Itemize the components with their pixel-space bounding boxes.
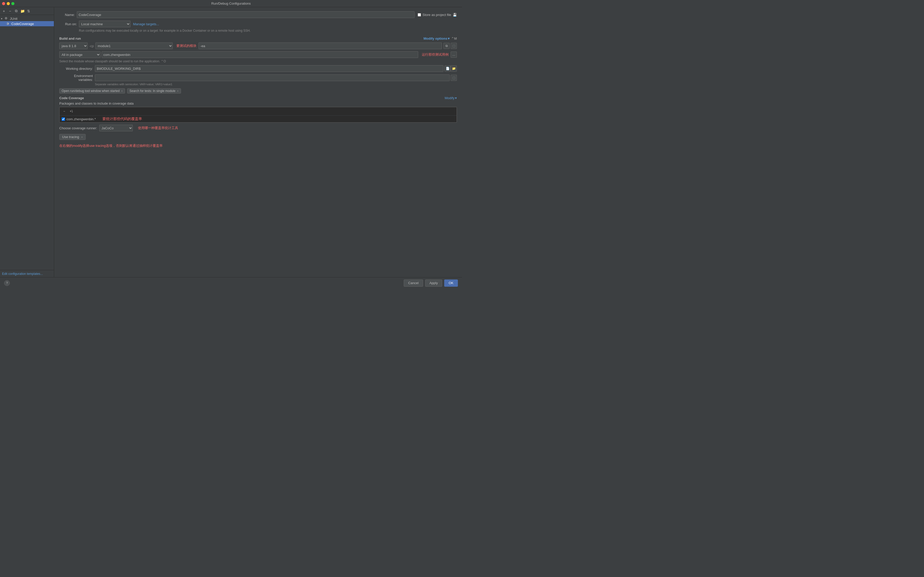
- coverage-remove-button[interactable]: −: [61, 108, 67, 114]
- module-select[interactable]: module1: [95, 42, 173, 49]
- env-label: Environment variables:: [59, 74, 93, 82]
- sidebar-footer: Edit configuration templates...: [0, 270, 54, 277]
- sort-config-button[interactable]: ⇅: [26, 8, 31, 14]
- classpath-more-button[interactable]: …: [451, 52, 457, 58]
- store-as-project-checkbox-label[interactable]: Store as project file 💾: [418, 13, 457, 17]
- coverage-item-label: com.zhengwenbin.*: [66, 117, 96, 121]
- junit-group-icon: ⚙: [5, 16, 9, 21]
- env-expand-button[interactable]: ⬚: [451, 75, 457, 81]
- code-coverage-label: Code Coverage: [59, 96, 84, 100]
- tag-open-close[interactable]: ×: [121, 89, 123, 92]
- code-coverage-header: Code Coverage Modify ▾: [59, 96, 457, 100]
- coverage-add-button[interactable]: +⤵: [68, 108, 74, 114]
- coverage-runner-select[interactable]: JaCoCo: [99, 125, 133, 131]
- run-on-select[interactable]: Local machine: [79, 21, 131, 27]
- annotation-run: 运行那些测试用例: [422, 52, 449, 57]
- sidebar: + − ⧉ 📁 ⇅ ▾ ⚙ JUnit ◑ CodeCoverage Edit …: [0, 7, 54, 277]
- name-input[interactable]: [77, 11, 415, 18]
- right-panel: Name: Store as project file 💾 Run on: Lo…: [54, 7, 462, 277]
- tag-search-close[interactable]: ×: [177, 89, 178, 92]
- main-content: + − ⧉ 📁 ⇅ ▾ ⚙ JUnit ◑ CodeCoverage Edit …: [0, 7, 462, 277]
- run-on-label: Run on:: [59, 22, 77, 26]
- add-config-button[interactable]: +: [1, 8, 7, 14]
- run-on-row: Run on: Local machine Manage targets...: [59, 21, 457, 27]
- use-tracing-close[interactable]: ×: [81, 135, 83, 139]
- traffic-lights: [2, 2, 15, 5]
- tags-row: Open run/debug tool window when started …: [59, 89, 457, 93]
- sidebar-item-label: CodeCoverage: [11, 22, 34, 26]
- tag-open-run-debug: Open run/debug tool window when started …: [59, 89, 125, 93]
- use-tracing-label: Use tracing: [62, 135, 79, 139]
- sidebar-group-junit[interactable]: ▾ ⚙ JUnit: [0, 16, 54, 21]
- apply-button[interactable]: Apply: [425, 279, 443, 287]
- java-version-select[interactable]: java 8 1.8: [59, 42, 88, 49]
- store-icon: 💾: [453, 13, 457, 17]
- run-on-info: Run configurations may be executed local…: [79, 28, 457, 33]
- manage-targets-link[interactable]: Manage targets...: [133, 22, 159, 26]
- working-dir-label: Working directory:: [59, 67, 93, 71]
- tag-open-label: Open run/debug tool window when started: [61, 89, 120, 93]
- sidebar-toolbar: + − ⧉ 📁 ⇅: [0, 7, 54, 15]
- ok-button[interactable]: OK: [444, 279, 458, 287]
- coverage-modify-chevron: ▾: [455, 96, 457, 100]
- annotation-tracing: 在右侧的modify选择use tracing选项，否则默认将通过抽样统计覆盖率: [59, 143, 457, 148]
- ea-copy-button[interactable]: ⧉: [443, 43, 450, 49]
- coverage-item-checkbox[interactable]: [61, 118, 65, 121]
- coverage-runner-row: Choose coverage runner: JaCoCo 使用哪一种覆盖率统…: [59, 125, 457, 131]
- ea-flag-input[interactable]: [199, 42, 442, 49]
- annotation-module: 要测试的模块: [176, 44, 197, 48]
- junit-group-label: JUnit: [10, 17, 18, 21]
- modify-options-chevron: ▾: [448, 37, 450, 40]
- cp-flag: -cp: [89, 44, 94, 48]
- coverage-modify-link[interactable]: Modify ▾: [445, 96, 457, 100]
- tag-search-tests: Search for tests: In single module ×: [127, 89, 181, 93]
- tag-search-label: Search for tests: In single module: [129, 89, 175, 93]
- classpath-type-select[interactable]: All in package: [59, 51, 100, 58]
- coverage-item: com.zhengwenbin.* 要统计那些代码的覆盖率: [60, 116, 457, 122]
- name-row: Name: Store as project file 💾: [59, 11, 457, 18]
- store-as-project-checkbox[interactable]: [418, 13, 421, 16]
- build-and-run-header: Build and run Modify options ▾ ⌃M: [59, 37, 457, 40]
- java-module-row: java 8 1.8 -cp module1 要测试的模块 ⧉ ⬚: [59, 42, 457, 49]
- working-dir-file-button[interactable]: 📄: [444, 65, 451, 72]
- modify-options-link[interactable]: Modify options ▾: [423, 37, 450, 40]
- store-as-project-label: Store as project file: [423, 13, 451, 17]
- modify-options-label: Modify options: [423, 37, 447, 40]
- cancel-button[interactable]: Cancel: [404, 279, 423, 287]
- annotation-runner: 使用哪一种覆盖率统计工具: [138, 126, 178, 131]
- close-button[interactable]: [2, 2, 5, 5]
- copy-config-button[interactable]: ⧉: [13, 8, 19, 14]
- maximize-button[interactable]: [11, 2, 15, 5]
- coverage-toolbar: − +⤵: [60, 107, 457, 116]
- env-input[interactable]: [95, 74, 450, 81]
- classpath-input[interactable]: [102, 51, 418, 58]
- coverage-package-box: − +⤵ com.zhengwenbin.* 要统计那些代码的覆盖率: [59, 107, 457, 122]
- bottom-bar: ? Cancel Apply OK: [0, 277, 462, 288]
- classpath-row: All in package 运行那些测试用例 …: [59, 51, 457, 58]
- ea-expand-button[interactable]: ⬚: [451, 43, 457, 49]
- modify-options-extra[interactable]: ⌃M: [451, 37, 457, 40]
- coverage-modify-label: Modify: [445, 96, 454, 100]
- build-and-run-label: Build and run: [59, 37, 81, 40]
- working-dir-row: Working directory: 📄 📁: [59, 65, 457, 72]
- folder-config-button[interactable]: 📁: [19, 8, 25, 14]
- codecoverage-icon: ◑: [6, 22, 10, 26]
- run-on-hint-text: Run configurations may be executed local…: [79, 29, 250, 32]
- env-hint: Separate variables with semicolon: VAR=v…: [95, 83, 457, 86]
- annotation-coverage: 要统计那些代码的覆盖率: [102, 117, 142, 121]
- modify-options-area: Modify options ▾ ⌃M: [423, 37, 457, 40]
- help-button[interactable]: ?: [4, 280, 10, 286]
- working-dir-folder-button[interactable]: 📁: [451, 65, 457, 72]
- window-title: Run/Debug Configurations: [211, 2, 250, 5]
- use-tracing-tag: Use tracing ×: [59, 134, 86, 140]
- env-row: Environment variables: ⬚: [59, 74, 457, 82]
- sidebar-item-codecoverage[interactable]: ◑ CodeCoverage: [0, 21, 54, 26]
- minimize-button[interactable]: [7, 2, 10, 5]
- working-dir-input[interactable]: [95, 65, 443, 72]
- run-debug-configurations-window: Run/Debug Configurations + − ⧉ 📁 ⇅ ▾ ⚙ J…: [0, 0, 462, 288]
- sidebar-items: ▾ ⚙ JUnit ◑ CodeCoverage: [0, 15, 54, 270]
- name-label: Name:: [59, 13, 75, 17]
- edit-templates-link[interactable]: Edit configuration templates...: [2, 272, 43, 276]
- coverage-runner-label: Choose coverage runner:: [59, 126, 97, 130]
- remove-config-button[interactable]: −: [7, 8, 13, 14]
